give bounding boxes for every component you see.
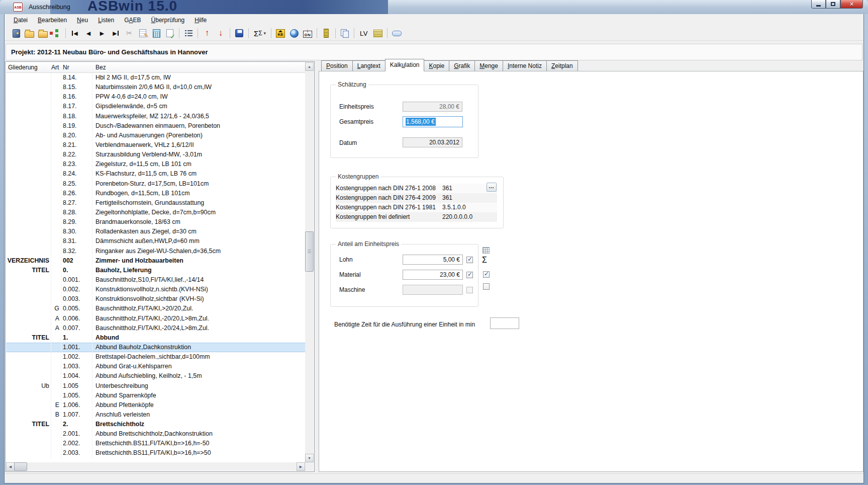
- tree-row[interactable]: 8.17. Gipsdielenwände, d=5 cm: [6, 102, 305, 111]
- cut-icon[interactable]: [123, 28, 135, 39]
- maximize-button[interactable]: [826, 0, 840, 9]
- scroll-down-icon[interactable]: ▼: [305, 454, 314, 462]
- tree-row[interactable]: 1.004. Abbund Aufschiebling, Keilholz, -…: [6, 371, 305, 381]
- anteil-value-field[interactable]: [403, 285, 463, 295]
- tab-menge[interactable]: Menge: [474, 60, 503, 71]
- menu-item-gaeb[interactable]: GAEB: [119, 15, 146, 25]
- tree-row[interactable]: VERZEICHNIS 002 Zimmer- und Holzbauarbei…: [6, 256, 305, 266]
- check-document-icon[interactable]: [164, 28, 176, 39]
- tree-row[interactable]: 8.31. Dämmschicht außen,HWLP,d=60 mm: [6, 236, 305, 246]
- menu-item-hilfe[interactable]: Hilfe: [189, 15, 212, 25]
- tab-position[interactable]: Position: [321, 60, 353, 71]
- nav-prev-icon[interactable]: [82, 28, 94, 39]
- kostengruppen-row[interactable]: Kostengruppen nach DIN 276-4 2009 361: [336, 193, 497, 203]
- tree-row[interactable]: A 0.007. Bauschnittholz,FI/TA/KI,-20/24,…: [6, 324, 305, 333]
- move-up-icon[interactable]: [201, 28, 213, 39]
- scroll-right-icon[interactable]: ▶: [297, 462, 305, 471]
- anteil-checkbox[interactable]: [466, 287, 473, 293]
- tree-row[interactable]: 0.001. Bauschnittholz,S10,FI/TA/KI,lief.…: [6, 275, 305, 285]
- move-down-icon[interactable]: [215, 28, 227, 39]
- tree-row[interactable]: 8.26. Rundbogen, d=11,5cm, LB 101cm: [6, 189, 305, 198]
- ruler-icon[interactable]: [320, 28, 332, 39]
- anteil-value-field[interactable]: 23,00 €: [403, 270, 463, 280]
- tab-zeitplan[interactable]: Zeitplan: [546, 60, 578, 71]
- tree-row[interactable]: 0.003. Konstruktionsvollholz,sichtbar (K…: [6, 294, 305, 304]
- tree-row[interactable]: 8.30. Rolladenkasten aus Ziegel, d=30 cm: [6, 227, 305, 236]
- side-checkbox-unchecked[interactable]: [483, 283, 490, 290]
- tree-row[interactable]: B 1.007. Anschluß verleisten: [6, 410, 305, 420]
- tab-interne-not iz[interactable]: Interne Notiz: [503, 60, 547, 71]
- tab-grafik[interactable]: Grafik: [449, 60, 475, 71]
- tree-structure-icon[interactable]: [50, 28, 62, 39]
- tree-row[interactable]: 1.005. Abbund Sparrenköpfe: [6, 391, 305, 400]
- menu-item-neu[interactable]: Neu: [72, 15, 93, 25]
- vertical-scrollbar-thumb[interactable]: [305, 231, 314, 272]
- tree-row[interactable]: E 1.006. Abbund Pfettenköpfe: [6, 400, 305, 410]
- tree-row[interactable]: 8.27. Fertigteilschornstein, Grundaussta…: [6, 198, 305, 208]
- column-header-art[interactable]: Art: [51, 62, 61, 72]
- copy-icon[interactable]: [339, 28, 351, 39]
- minimize-button[interactable]: [811, 0, 826, 9]
- notes-list-icon[interactable]: [372, 28, 384, 39]
- tree-row[interactable]: 2.001. Abbund Brettschichtholz,Dachkonst…: [6, 429, 305, 439]
- tree-row[interactable]: 1.003. Abbund Grat-u.Kehlsparren: [6, 362, 305, 371]
- anteil-checkbox[interactable]: [466, 257, 473, 263]
- tree-row[interactable]: TITEL 2. Brettschichtholz: [6, 420, 305, 429]
- tab-kalkulation[interactable]: Kalkulation: [385, 59, 425, 71]
- numbered-list-icon[interactable]: [182, 28, 195, 39]
- menu-item-ueberpruefung[interactable]: Überprüfung: [146, 15, 190, 25]
- column-header-bez[interactable]: Bez: [92, 62, 305, 72]
- tree-row[interactable]: 8.24. KS-Flachsturz, d=11,5 cm, LB 76 cm: [6, 169, 305, 179]
- tree-row[interactable]: 8.29. Brandmauerkonsole, 18/63 cm: [6, 217, 305, 227]
- tree-row[interactable]: 8.22. Sturzausbildung Verblend-MW, -3,01…: [6, 150, 305, 159]
- tree-row[interactable]: 8.23. Ziegelsturz, d=11,5 cm, LB 101 cm: [6, 159, 305, 169]
- exit-door-icon[interactable]: [10, 28, 22, 39]
- kostengruppen-row[interactable]: Kostengruppen nach DIN 276-1 1981 3.5.1.…: [336, 203, 497, 212]
- tree-row[interactable]: 8.32. Ringanker aus Ziegel-WU-Schalen,d=…: [6, 247, 305, 256]
- menu-item-listen[interactable]: Listen: [93, 15, 119, 25]
- gesamtpreis-field[interactable]: 1.568,00 €: [403, 116, 463, 127]
- tree-row[interactable]: 1.002. Brettstapel-Dachelem.,sichtbar,d=…: [6, 352, 305, 362]
- tab-kopie[interactable]: Kopie: [424, 60, 449, 71]
- nav-next-icon[interactable]: [96, 28, 108, 39]
- kostengruppen-row[interactable]: Kostengruppen nach DIN 276-1 2008 361: [336, 184, 497, 193]
- zeit-input[interactable]: [490, 317, 519, 329]
- nav-last-icon[interactable]: [110, 28, 122, 39]
- tree-row[interactable]: 8.28. Ziegeltonhohlplatte, Decke, d=7cm,…: [6, 208, 305, 217]
- column-header-gliederung[interactable]: Gliederung: [6, 62, 51, 72]
- titlebar[interactable]: ASBwin 15.0 ASB Ausschreibung: [0, 0, 868, 14]
- tree-row[interactable]: 8.16. PPW 4-0,6 d=24,0 cm, IW: [6, 92, 305, 102]
- tree-row[interactable]: 0.002. Konstruktionsvollholz,n.sichtb.(K…: [6, 285, 305, 294]
- side-table-icon[interactable]: [483, 247, 490, 254]
- tree-row[interactable]: 8.21. Verblendmauerwerk, VHLz 1,6/12/II: [6, 140, 305, 150]
- tree-row[interactable]: 8.15. Naturbimsstein 2/0,6 MG II, d=10,0…: [6, 83, 305, 92]
- scroll-left-icon[interactable]: ◀: [6, 462, 15, 471]
- horizontal-scrollbar-thumb[interactable]: [14, 462, 27, 471]
- folder-open-icon[interactable]: [23, 28, 35, 39]
- anteil-checkbox[interactable]: [466, 272, 473, 278]
- edit-position-icon[interactable]: [137, 28, 149, 39]
- menu-item-bearbeiten[interactable]: Bearbeiten: [33, 15, 72, 25]
- tree-row[interactable]: 2.003. Brettschichth.BS11,FI/TA/KI,b=>16…: [6, 448, 305, 458]
- tree-row[interactable]: 2.002. Brettschichth.BS11,FI/TA/KI,b=>16…: [6, 439, 305, 448]
- tab-langtext[interactable]: Langtext: [352, 60, 385, 71]
- tree-row[interactable]: 8.14. Hbl 2 MG II, d=17,5 cm, IW: [6, 73, 305, 83]
- tree-row[interactable]: G 0.005. Bauschnittholz,FI/TA/KI,>20/20,…: [6, 304, 305, 313]
- close-button[interactable]: [840, 0, 863, 9]
- dn-export-icon[interactable]: DN: [302, 28, 314, 39]
- save-icon[interactable]: [233, 28, 245, 39]
- tree-row[interactable]: 8.19. Dusch-/Badewannen einmauern, Poren…: [6, 121, 305, 131]
- tree-row[interactable]: 1.001. Abbund Bauholz,Dachkonstruktion: [6, 343, 305, 352]
- tree-row[interactable]: 8.18. Mauerwerkspfeiler, MZ 12/1,6 - 24,…: [6, 112, 305, 121]
- calculator-icon[interactable]: [150, 28, 162, 39]
- nav-first-icon[interactable]: [69, 28, 81, 39]
- globe-icon[interactable]: [288, 28, 300, 39]
- scroll-up-icon[interactable]: ▲: [305, 62, 314, 71]
- kostengruppen-row[interactable]: Kostengruppen frei definiert 220.0.0.0.0: [336, 212, 497, 222]
- oval-pill-icon[interactable]: [391, 28, 403, 39]
- menu-item-datei[interactable]: Datei: [9, 15, 33, 25]
- tree-row[interactable]: 8.20. Ab- und Ausmauerungen (Porenbeton): [6, 131, 305, 140]
- lv-icon[interactable]: LV: [357, 28, 370, 39]
- horizontal-scrollbar[interactable]: ◀ ▶: [6, 462, 305, 471]
- tree-row[interactable]: Ub 1.005 Unterbeschreibung: [6, 381, 305, 391]
